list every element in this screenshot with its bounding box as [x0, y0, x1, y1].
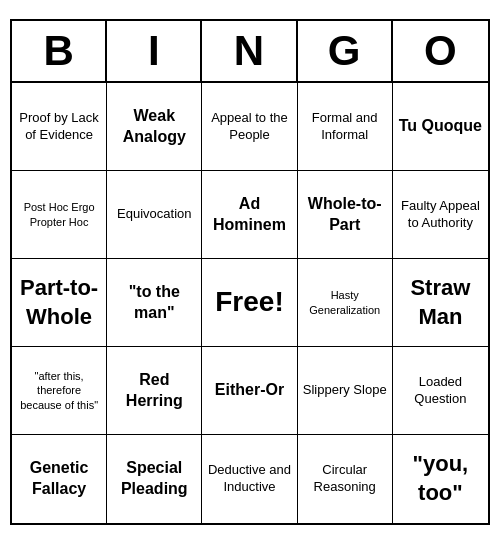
cell-text-15: "after this, therefore because of this" [16, 369, 102, 412]
cell-text-17: Either-Or [215, 380, 284, 401]
cell-text-8: Whole-to-Part [302, 194, 388, 236]
cell-text-20: Genetic Fallacy [16, 458, 102, 500]
bingo-cell-13: Hasty Generalization [298, 259, 393, 347]
bingo-cell-24: "you, too" [393, 435, 488, 523]
bingo-cell-5: Post Hoc Ergo Propter Hoc [12, 171, 107, 259]
cell-text-6: Equivocation [117, 206, 191, 223]
header-letter-g: G [298, 21, 393, 81]
bingo-cell-1: Weak Analogy [107, 83, 202, 171]
bingo-card: BINGO Proof by Lack of EvidenceWeak Anal… [10, 19, 490, 525]
bingo-header: BINGO [12, 21, 488, 83]
bingo-cell-10: Part-to-Whole [12, 259, 107, 347]
header-letter-b: B [12, 21, 107, 81]
bingo-cell-0: Proof by Lack of Evidence [12, 83, 107, 171]
bingo-cell-8: Whole-to-Part [298, 171, 393, 259]
cell-text-2: Appeal to the People [206, 110, 292, 144]
cell-text-1: Weak Analogy [111, 106, 197, 148]
bingo-cell-12: Free! [202, 259, 297, 347]
cell-text-5: Post Hoc Ergo Propter Hoc [16, 200, 102, 229]
bingo-cell-2: Appeal to the People [202, 83, 297, 171]
bingo-cell-15: "after this, therefore because of this" [12, 347, 107, 435]
bingo-cell-18: Slippery Slope [298, 347, 393, 435]
bingo-cell-11: "to the man" [107, 259, 202, 347]
bingo-cell-14: Straw Man [393, 259, 488, 347]
bingo-cell-22: Deductive and Inductive [202, 435, 297, 523]
bingo-cell-6: Equivocation [107, 171, 202, 259]
bingo-cell-21: Special Pleading [107, 435, 202, 523]
bingo-cell-4: Tu Quoque [393, 83, 488, 171]
bingo-cell-17: Either-Or [202, 347, 297, 435]
bingo-cell-3: Formal and Informal [298, 83, 393, 171]
cell-text-3: Formal and Informal [302, 110, 388, 144]
cell-text-18: Slippery Slope [303, 382, 387, 399]
cell-text-11: "to the man" [111, 282, 197, 324]
header-letter-i: I [107, 21, 202, 81]
bingo-cell-7: Ad Hominem [202, 171, 297, 259]
cell-text-19: Loaded Question [397, 374, 484, 408]
cell-text-21: Special Pleading [111, 458, 197, 500]
cell-text-7: Ad Hominem [206, 194, 292, 236]
cell-text-10: Part-to-Whole [16, 274, 102, 331]
cell-text-14: Straw Man [397, 274, 484, 331]
cell-text-0: Proof by Lack of Evidence [16, 110, 102, 144]
cell-text-22: Deductive and Inductive [206, 462, 292, 496]
bingo-cell-16: Red Herring [107, 347, 202, 435]
cell-text-16: Red Herring [111, 370, 197, 412]
header-letter-o: O [393, 21, 488, 81]
bingo-cell-23: Circular Reasoning [298, 435, 393, 523]
header-letter-n: N [202, 21, 297, 81]
cell-text-12: Free! [215, 284, 283, 320]
cell-text-4: Tu Quoque [399, 116, 482, 137]
bingo-cell-9: Faulty Appeal to Authority [393, 171, 488, 259]
cell-text-9: Faulty Appeal to Authority [397, 198, 484, 232]
cell-text-24: "you, too" [397, 450, 484, 507]
bingo-cell-20: Genetic Fallacy [12, 435, 107, 523]
bingo-cell-19: Loaded Question [393, 347, 488, 435]
bingo-grid: Proof by Lack of EvidenceWeak AnalogyApp… [12, 83, 488, 523]
cell-text-13: Hasty Generalization [302, 288, 388, 317]
cell-text-23: Circular Reasoning [302, 462, 388, 496]
